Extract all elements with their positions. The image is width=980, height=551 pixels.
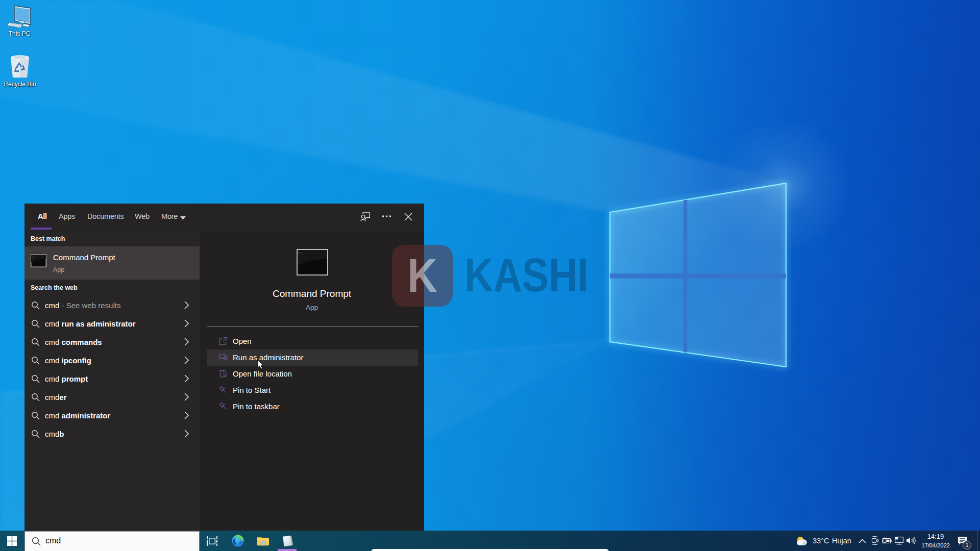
svg-text:C:\: C:\ — [32, 256, 35, 258]
svg-text:C:\: C:\ — [299, 252, 303, 255]
